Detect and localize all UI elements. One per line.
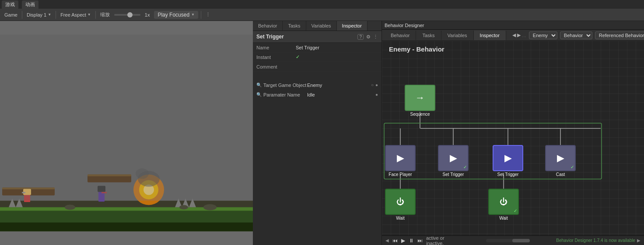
inspector-instant-row: Instant ✓ (253, 52, 382, 62)
inspector-comment-row: Comment (253, 62, 382, 72)
anim-tab[interactable]: 动画 (22, 0, 38, 9)
param-search-icon: 🔍 (256, 92, 262, 97)
node-wait-2[interactable]: ⏻ ✓ Wait (488, 189, 519, 221)
set-trigger-2-label: Set Trigger (497, 172, 519, 177)
face-player-icon: ▶ (397, 152, 404, 164)
sequence-icon: → (415, 92, 425, 104)
scale-value: 1x (143, 11, 152, 18)
face-player-label: Face Player (388, 172, 412, 177)
behavior-canvas[interactable]: Enemy - Behavior → (382, 41, 644, 235)
name-label: Name (256, 45, 296, 50)
scroll-left[interactable]: ◀ (385, 238, 389, 243)
scale-slider[interactable] (114, 14, 140, 16)
target-edit-btn[interactable]: ● (375, 83, 378, 87)
divider-1 (22, 11, 22, 19)
behavior-tabs: Behavior Tasks Variables Inspector (385, 31, 506, 40)
display-arrow: ▼ (48, 13, 51, 17)
target-label: Target Game Object (263, 83, 307, 88)
task-name: Set Trigger (256, 34, 284, 40)
behavior-playback: ⏮ ▶ ⏸ ⏭ (392, 238, 423, 244)
scroll-thumb[interactable] (512, 239, 530, 242)
tab-inspector[interactable]: Inspector (337, 21, 368, 31)
display-selector[interactable]: Display 1 ▼ (25, 11, 53, 18)
tab-behavior[interactable]: Behavior (253, 21, 283, 31)
playback-play[interactable]: ▶ (401, 238, 405, 244)
game-scene (0, 21, 253, 245)
node-set-trigger-2[interactable]: ▶ Set Trigger (493, 145, 523, 177)
node-sequence[interactable]: → Sequence (405, 85, 435, 117)
scale-label: 缩放 (98, 10, 112, 19)
behavior-bottom: ◀ ⏮ ▶ ⏸ ⏭ Sets a trigger parameter to ac… (382, 235, 644, 245)
param-actions: ● (375, 92, 378, 97)
target-clear-btn[interactable]: ○ (371, 83, 374, 87)
game-panel (0, 21, 253, 245)
aspect-arrow: ▼ (88, 13, 91, 17)
wait-2-icon: ⏻ (500, 197, 508, 207)
playback-rewind[interactable]: ⏮ (392, 238, 398, 244)
scroll-bar-h[interactable] (486, 239, 530, 242)
help-icon[interactable]: ? (357, 34, 364, 40)
entity-selector[interactable]: Enemy (529, 31, 557, 39)
nav-back[interactable]: ◀ (512, 32, 516, 38)
main-layout: Behavior Tasks Variables Inspector Set T… (0, 21, 644, 245)
scale-thumb[interactable] (127, 12, 133, 17)
tab-inspector-main[interactable]: Inspector (474, 31, 506, 40)
tab-tasks-main[interactable]: Tasks (416, 31, 441, 40)
node-wait-1[interactable]: ⏻ Wait (385, 189, 416, 221)
target-search-icon: 🔍 (256, 83, 262, 87)
behavior-panel: Behavior Designer Behavior Tasks Variabl… (382, 21, 644, 245)
tab-variables[interactable]: Variables (306, 21, 337, 31)
svg-point-27 (203, 204, 217, 210)
inspector-tabs: Behavior Tasks Variables Inspector (253, 21, 382, 31)
svg-point-25 (65, 205, 75, 210)
inspector-panel: Behavior Tasks Variables Inspector Set T… (253, 21, 382, 245)
comment-label: Comment (256, 64, 296, 69)
instant-value: ✓ (296, 54, 378, 60)
play-arrow: ▼ (191, 13, 195, 17)
divider-4 (201, 11, 201, 19)
playback-pause[interactable]: ⏸ (409, 238, 414, 244)
inspector-name-row: Name Set Trigger (253, 43, 382, 52)
game-toolbar: Game Display 1 ▼ Free Aspect ▼ 缩放 1x Pla… (0, 9, 644, 21)
param-label: Paramater Name (263, 92, 307, 97)
node-cast[interactable]: ▶ ✓ Cast (545, 145, 576, 177)
top-bar: 游戏 动画 (0, 0, 644, 9)
tab-behavior-main[interactable]: Behavior (385, 31, 416, 40)
behavior-selector[interactable]: Behavior (560, 31, 592, 39)
tab-tasks[interactable]: Tasks (283, 21, 306, 31)
name-value: Set Trigger (296, 45, 378, 50)
play-label: Play Focused (158, 12, 189, 18)
cast-check: ✓ (570, 165, 574, 169)
node-face-player[interactable]: ▶ Face Player (385, 145, 416, 177)
inspector-icon-group: ? ⚙ ⋮ (357, 34, 378, 40)
param-edit-btn[interactable]: ● (375, 92, 378, 97)
wait-2-label: Wait (499, 216, 508, 221)
svg-point-26 (179, 205, 188, 210)
menu-icon[interactable]: ⋮ (373, 34, 378, 40)
svg-rect-28 (0, 35, 253, 201)
svg-rect-24 (0, 223, 253, 231)
target-row: 🔍 Target Game Object Enemy ○ ● (253, 80, 382, 90)
inspector-spacer (253, 72, 382, 80)
target-actions: ○ ● (371, 83, 378, 87)
toolbar-more[interactable]: ⋮ (204, 11, 212, 18)
tab-variables-main[interactable]: Variables (441, 31, 474, 40)
play-button[interactable]: Play Focused ▼ (154, 11, 198, 19)
set-trigger-1-icon: ▶ (450, 152, 457, 164)
settings-icon[interactable]: ⚙ (366, 34, 371, 40)
inspector-task-header: Set Trigger ? ⚙ ⋮ (253, 31, 382, 43)
behavior-toolbar: Behavior Tasks Variables Inspector ◀ ▶ .… (382, 30, 644, 41)
aspect-selector[interactable]: Free Aspect ▼ (59, 11, 93, 18)
playback-step[interactable]: ⏭ (417, 238, 423, 244)
behavior-designer-title: Behavior Designer (385, 23, 424, 28)
game-tab[interactable]: 游戏 (2, 0, 18, 9)
target-value: Enemy (307, 83, 371, 88)
referenced-behavior-selector[interactable]: Referenced Behavior (595, 31, 644, 39)
cast-label: Cast (556, 172, 565, 177)
scroll-right[interactable]: ▶ (637, 238, 640, 243)
nav-forward[interactable]: ▶ (517, 32, 521, 38)
divider-3 (95, 11, 96, 19)
node-set-trigger-1[interactable]: ▶ ✓ Set Trigger (438, 145, 469, 177)
wait-2-check: ✓ (514, 208, 517, 213)
set-trigger-2-icon: ▶ (504, 152, 512, 164)
